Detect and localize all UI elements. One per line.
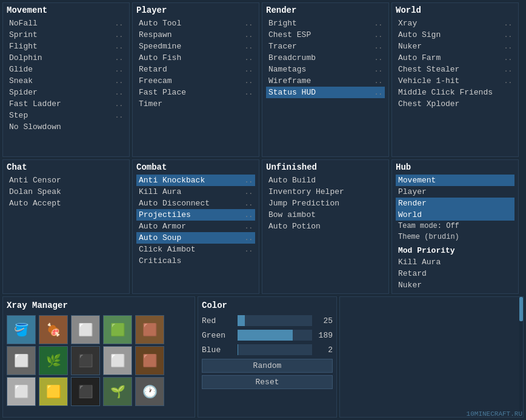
list-item[interactable]: Auto Fish.. — [136, 52, 255, 64]
xray-item[interactable]: 🪣 — [7, 315, 36, 344]
item-label: Freecam — [139, 76, 172, 85]
list-item[interactable]: Speedmine.. — [136, 41, 255, 52]
list-item[interactable]: Glide.. — [7, 64, 125, 75]
list-item[interactable]: Status HUD.. — [266, 87, 385, 98]
list-item[interactable]: Auto Build — [266, 175, 385, 186]
list-item[interactable]: Anti Censor — [7, 175, 125, 186]
list-item[interactable]: Auto Farm.. — [396, 52, 514, 64]
list-item[interactable]: Sneak.. — [7, 75, 125, 87]
list-item[interactable]: Criticals — [136, 255, 255, 267]
xray-item[interactable]: 🕐 — [135, 377, 164, 406]
list-item[interactable]: Xray.. — [396, 18, 514, 29]
list-item[interactable]: Chest ESP.. — [266, 29, 385, 41]
hub-nav-item[interactable]: Render — [396, 198, 514, 209]
item-dots: .. — [375, 43, 382, 50]
xray-item[interactable]: 🟫 — [135, 315, 164, 344]
list-item[interactable]: Dolphin.. — [7, 52, 125, 64]
item-label: Dolphin — [9, 53, 42, 62]
color-blue-slider[interactable] — [238, 344, 312, 355]
list-item[interactable]: Click Aimbot.. — [136, 244, 255, 255]
list-item[interactable]: Respawn.. — [136, 29, 255, 41]
list-item[interactable]: Auto Soup.. — [136, 232, 255, 244]
list-item[interactable]: Auto Accept — [7, 198, 125, 209]
hub-priority-item[interactable]: Retard — [396, 268, 514, 279]
xray-item[interactable]: 🌿 — [39, 346, 68, 375]
list-item[interactable]: Bright.. — [266, 18, 385, 29]
list-item[interactable]: Retard.. — [136, 64, 255, 75]
list-item[interactable]: Freecam.. — [136, 75, 255, 87]
hub-nav-item[interactable]: World — [396, 209, 514, 221]
unfinished-panel: Unfinished Auto BuildInventory HelperJum… — [262, 159, 389, 294]
list-item[interactable]: Vehicle 1-hit.. — [396, 75, 514, 87]
movement-panel: Movement NoFall..Sprint..Flight..Dolphin… — [2, 2, 130, 157]
list-item[interactable]: Fast Place.. — [136, 87, 255, 98]
list-item[interactable]: Spider.. — [7, 87, 125, 98]
color-red-slider[interactable] — [238, 315, 312, 326]
xray-item[interactable]: ⬜ — [103, 346, 132, 375]
item-dots: .. — [115, 66, 123, 73]
item-dots: .. — [245, 32, 253, 39]
xray-item[interactable]: 🟫 — [135, 346, 164, 375]
list-item[interactable]: Breadcrumb.. — [266, 52, 385, 64]
xray-item[interactable]: 🍖 — [39, 315, 68, 344]
list-item[interactable]: Dolan Speak — [7, 186, 125, 198]
xray-item[interactable]: 🌱 — [103, 377, 132, 406]
list-item[interactable]: NoFall.. — [7, 18, 125, 29]
list-item[interactable]: Auto Sign.. — [396, 29, 514, 41]
item-label: Inventory Helper — [268, 187, 344, 196]
list-item[interactable]: Sprint.. — [7, 29, 125, 41]
movement-items: NoFall..Sprint..Flight..Dolphin..Glide..… — [7, 18, 125, 133]
list-item[interactable]: Nametags.. — [266, 64, 385, 75]
hub-priority-item[interactable]: Nuker — [396, 279, 514, 291]
list-item[interactable]: Kill Aura.. — [136, 186, 255, 198]
xray-item[interactable]: ⬛ — [71, 377, 100, 406]
hub-nav-item[interactable]: Player — [396, 186, 514, 198]
item-dots: .. — [375, 89, 382, 96]
xray-item[interactable]: ⬜ — [7, 346, 36, 375]
list-item[interactable]: Nuker.. — [396, 41, 514, 52]
xray-item[interactable]: 🟩 — [103, 315, 132, 344]
list-item[interactable]: Chest Xploder — [396, 98, 514, 110]
scrollbar-thumb[interactable] — [519, 297, 523, 321]
list-item[interactable]: Fast Ladder.. — [7, 98, 125, 110]
list-item[interactable]: Auto Armor.. — [136, 221, 255, 232]
item-dots: .. — [375, 66, 382, 73]
hub-priority-item[interactable]: Kill Aura — [396, 256, 514, 268]
list-item[interactable]: Auto Potion — [266, 221, 385, 232]
reset-button[interactable]: Reset — [202, 375, 333, 389]
item-label: Kill Aura — [139, 187, 181, 196]
list-item[interactable]: Step.. — [7, 110, 125, 121]
list-item[interactable]: Auto Tool.. — [136, 18, 255, 29]
list-item[interactable]: Inventory Helper — [266, 186, 385, 198]
item-label: Auto Sign — [398, 30, 441, 39]
list-item[interactable]: Middle Click Friends — [396, 87, 514, 98]
item-label: Xray — [398, 19, 417, 28]
list-item[interactable]: Tracer.. — [266, 41, 385, 52]
list-item[interactable]: Anti Knockback.. — [136, 175, 255, 186]
xray-item[interactable]: 🟨 — [39, 377, 68, 406]
list-item[interactable]: No Slowdown — [7, 121, 125, 133]
scrollbar-track — [519, 297, 523, 417]
xray-item[interactable]: ⬜ — [71, 315, 100, 344]
item-label: Middle Click Friends — [398, 88, 493, 97]
list-item[interactable]: Bow aimbot — [266, 209, 385, 221]
list-item[interactable]: Chest Stealer.. — [396, 64, 514, 75]
item-label: Jump Prediction — [268, 199, 339, 208]
render-title: Render — [266, 5, 385, 15]
list-item[interactable]: Projectiles.. — [136, 209, 255, 221]
list-item[interactable]: Flight.. — [7, 41, 125, 52]
list-item[interactable]: Jump Prediction — [266, 198, 385, 209]
xray-item[interactable]: ⬛ — [71, 346, 100, 375]
random-button[interactable]: Random — [202, 359, 333, 373]
list-item[interactable]: Wireframe.. — [266, 75, 385, 87]
item-label: Auto Armor — [139, 222, 186, 231]
item-label: Bright — [268, 19, 297, 28]
hub-nav-item[interactable]: Movement — [396, 175, 514, 186]
item-label: Retard — [139, 65, 167, 74]
xray-item[interactable]: ⬜ — [7, 377, 36, 406]
list-item[interactable]: Timer — [136, 98, 255, 110]
color-green-slider[interactable] — [238, 330, 312, 341]
list-item[interactable]: Auto Disconnect.. — [136, 198, 255, 209]
item-dots: .. — [504, 66, 512, 73]
combat-title: Combat — [136, 162, 255, 172]
